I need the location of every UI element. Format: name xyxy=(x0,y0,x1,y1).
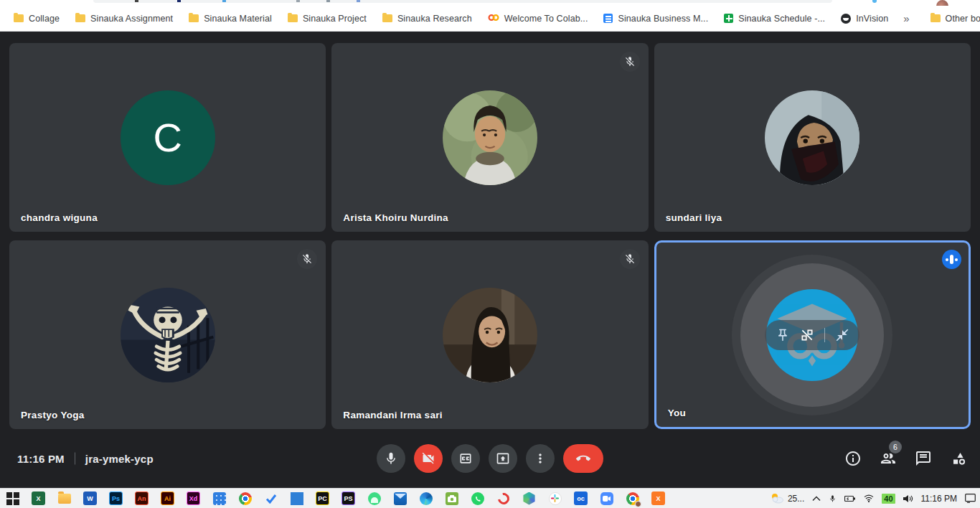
pin-icon[interactable] xyxy=(776,328,790,342)
colab-icon xyxy=(488,14,499,24)
ui-fragment xyxy=(222,0,226,2)
grid-off-icon[interactable] xyxy=(800,328,814,342)
illustrator-icon[interactable]: Ai xyxy=(161,491,174,505)
tray-volume[interactable] xyxy=(903,494,913,503)
animate-icon[interactable]: An xyxy=(135,491,149,505)
photoshop-icon[interactable]: Ps xyxy=(109,491,123,505)
video-tile-ramandani-irma-sari[interactable]: Ramandani Irma sari xyxy=(331,240,648,429)
ui-fragment xyxy=(326,0,330,2)
red-swirl-icon xyxy=(495,490,511,506)
start-button[interactable] xyxy=(6,491,19,505)
meeting-details-button[interactable] xyxy=(844,450,862,467)
dots-app-icon[interactable] xyxy=(212,491,226,505)
battery-percent-badge[interactable]: 40 xyxy=(882,494,895,504)
phpstorm-icon[interactable]: PS xyxy=(341,491,355,505)
extension-icon-fragment xyxy=(872,0,877,3)
zoom-app-icon[interactable] xyxy=(600,491,613,505)
activities-button[interactable] xyxy=(950,450,967,467)
present-button[interactable] xyxy=(489,444,517,473)
xampp-icon[interactable]: X xyxy=(651,491,665,505)
avatar: C xyxy=(121,90,215,185)
whatsapp-icon[interactable] xyxy=(471,491,484,505)
other-bookmarks-label: Other bookmarks xyxy=(946,14,980,24)
avatar xyxy=(765,90,859,185)
edge-icon[interactable] xyxy=(419,491,433,505)
meeting-time: 11:16 PM xyxy=(17,453,65,465)
meeting-details[interactable]: 11:16 PM jra-ymek-ycp xyxy=(17,453,154,465)
chat-button[interactable] xyxy=(915,450,932,467)
bookmark-sinauka-schedule[interactable]: Sinauka Schedule -... xyxy=(716,9,833,29)
bookmark-sinauka-project[interactable]: Sinauka Project xyxy=(280,9,374,29)
bookmarks-overflow-chevron[interactable]: » xyxy=(896,12,916,24)
tray-mic[interactable] xyxy=(829,494,837,504)
bookmark-label: Welcome To Colab... xyxy=(504,14,588,24)
docs-icon xyxy=(603,14,613,23)
bookmark-invision[interactable]: InVision xyxy=(833,9,896,29)
chrome-logo-icon xyxy=(239,492,252,505)
illustrator-glyph: Ai xyxy=(164,495,171,502)
ocam-icon[interactable]: oc xyxy=(574,491,588,505)
avatar xyxy=(443,288,537,382)
bookmark-sinauka-assignment[interactable]: Sinauka Assignment xyxy=(67,9,181,29)
video-tile-you[interactable]: You xyxy=(654,240,971,429)
bookmark-sinauka-business[interactable]: Sinauka Business M... xyxy=(595,9,716,29)
vscode-icon[interactable] xyxy=(290,491,303,505)
more-options-button[interactable] xyxy=(526,444,555,473)
mic-icon xyxy=(384,451,398,466)
slack-logo-icon xyxy=(549,492,562,505)
omnibox-fragment xyxy=(93,0,832,3)
edge-logo-icon xyxy=(420,492,433,505)
tray-clock[interactable]: 11:16 PM xyxy=(921,494,957,504)
folder-icon xyxy=(382,14,392,22)
weather-widget[interactable]: 25... xyxy=(770,493,804,504)
weather-temp: 25... xyxy=(788,494,804,504)
action-center-button[interactable] xyxy=(965,494,976,503)
captions-button[interactable] xyxy=(451,444,480,473)
participant-name: Arista Khoiru Nurdina xyxy=(343,212,448,223)
bookmark-sinauka-material[interactable]: Sinauka Material xyxy=(181,9,280,29)
minimize-icon[interactable] xyxy=(835,328,849,342)
bookmark-welcome-to-colab[interactable]: Welcome To Colab... xyxy=(480,9,596,29)
animate-glyph: An xyxy=(138,495,146,502)
tray-wifi[interactable] xyxy=(864,494,874,502)
photo-avatar xyxy=(443,90,537,185)
mail-icon[interactable] xyxy=(393,491,407,505)
hexagon-app-icon[interactable] xyxy=(522,491,536,505)
mic-off-badge xyxy=(620,52,640,72)
other-bookmarks-button[interactable]: Other bookmarks xyxy=(923,9,980,29)
call-controls xyxy=(377,444,603,473)
screen: Collage Sinauka Assignment Sinauka Mater… xyxy=(0,0,980,508)
bookmark-sinauka-research[interactable]: Sinauka Research xyxy=(374,9,480,29)
mic-button[interactable] xyxy=(377,444,405,473)
folder-icon xyxy=(58,494,71,504)
hang-up-button[interactable] xyxy=(563,444,603,473)
sheets-icon xyxy=(724,14,733,23)
android-app-icon[interactable] xyxy=(367,491,381,505)
mic-off-icon xyxy=(301,253,313,265)
excel-icon[interactable]: X xyxy=(32,491,45,505)
chrome-icon[interactable] xyxy=(238,491,252,505)
word-icon[interactable]: W xyxy=(83,491,97,505)
pycharm-icon[interactable]: PC xyxy=(316,491,329,505)
video-tile-arista-khoiru-nurdina[interactable]: Arista Khoiru Nurdina xyxy=(331,43,648,232)
chrome-profile-icon[interactable] xyxy=(626,491,639,505)
participants-button[interactable]: 6 xyxy=(880,450,897,467)
file-explorer-icon[interactable] xyxy=(57,491,71,505)
video-tile-chandra-wiguna[interactable]: C chandra wiguna xyxy=(9,43,326,232)
camera-off-button[interactable] xyxy=(414,444,443,473)
xd-glyph: Xd xyxy=(189,495,198,502)
todo-check-icon[interactable] xyxy=(264,491,278,505)
video-tile-sundari-liya[interactable]: sundari liya xyxy=(654,43,971,232)
participant-name: sundari liya xyxy=(666,212,722,223)
screen-recorder-icon[interactable] xyxy=(445,491,458,505)
bookmark-collage[interactable]: Collage xyxy=(6,9,67,29)
tray-battery[interactable] xyxy=(844,495,856,502)
video-tile-prastyo-yoga[interactable]: Prastyo Yoga xyxy=(9,240,326,429)
ocam-glyph: oc xyxy=(577,495,585,502)
windows-logo-icon xyxy=(6,492,19,505)
slack-icon[interactable] xyxy=(548,491,562,505)
swirl-app-icon[interactable] xyxy=(496,491,510,505)
tray-expand-chevron[interactable] xyxy=(812,496,821,502)
adobe-xd-icon[interactable]: Xd xyxy=(187,491,200,505)
info-icon xyxy=(844,450,862,467)
